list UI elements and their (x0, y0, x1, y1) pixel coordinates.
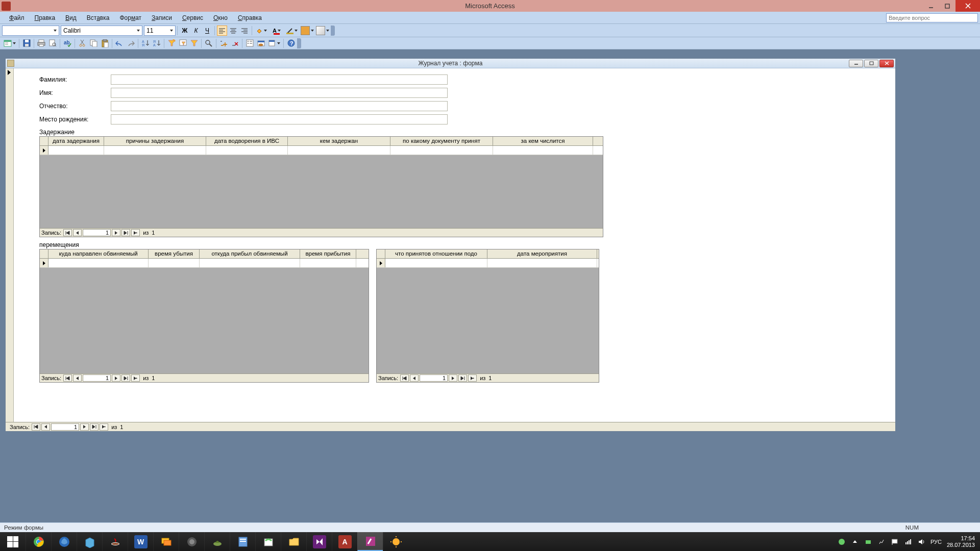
familiya-input[interactable] (111, 74, 448, 85)
delete-record-button[interactable] (230, 38, 240, 48)
window-close-button[interactable] (955, 0, 980, 12)
sub2-nav-first-button[interactable] (63, 374, 72, 382)
sub2-cell-2[interactable] (200, 259, 300, 267)
sub3-cell-1[interactable] (487, 259, 597, 267)
menu-file[interactable]: Файл (4, 13, 30, 22)
menu-tools[interactable]: Сервис (177, 13, 208, 22)
form-minimize-button[interactable] (849, 60, 863, 67)
sub3-nav-first-button[interactable] (400, 374, 409, 382)
sub1-col-1[interactable]: причины задержания (104, 137, 206, 145)
taskbar-app-5[interactable] (204, 532, 230, 551)
sub2-cell-0[interactable] (48, 259, 149, 267)
sub1-cell-5[interactable] (493, 146, 593, 155)
sub2-cell-3[interactable] (300, 259, 356, 267)
sub2-nav-last-button[interactable] (121, 374, 130, 382)
sub2-rowsel-header[interactable] (40, 249, 48, 258)
filter-selection-button[interactable] (166, 38, 177, 48)
taskbar-app-9[interactable] (383, 532, 408, 551)
sub1-cell-2[interactable] (206, 146, 288, 155)
print-preview-button[interactable] (47, 38, 58, 48)
sub1-nav-next-button[interactable] (112, 229, 120, 236)
menu-view[interactable]: Вид (60, 13, 82, 22)
sub3-nav-next-button[interactable] (449, 374, 457, 382)
sub2-col-0[interactable]: куда направлен обвиняемый (48, 249, 149, 258)
form-nav-last-button[interactable] (90, 423, 99, 431)
print-button[interactable] (36, 38, 46, 48)
form-nav-prev-button[interactable] (41, 423, 50, 431)
sub1-rowsel[interactable] (40, 146, 48, 155)
line-color-button[interactable] (285, 26, 299, 36)
sub1-nav-current[interactable]: 1 (83, 229, 111, 236)
font-name-combo[interactable]: Calibri (61, 26, 142, 36)
sub2-rowsel[interactable] (40, 259, 48, 267)
form-maximize-button[interactable] (864, 60, 878, 67)
new-object-button[interactable] (267, 38, 281, 48)
tray-network-icon[interactable] (904, 538, 912, 546)
window-maximize-button[interactable] (939, 0, 955, 12)
form-nav-next-button[interactable] (80, 423, 89, 431)
menu-help[interactable]: Справка (233, 13, 267, 22)
sort-desc-button[interactable]: ЯА (152, 38, 162, 48)
sub1-col-2[interactable]: дата водворения в ИВС (206, 137, 288, 145)
sub2-nav-current[interactable]: 1 (83, 374, 111, 382)
form-nav-new-button[interactable]: * (100, 423, 108, 431)
save-button[interactable] (21, 38, 32, 48)
copy-button[interactable] (88, 38, 99, 48)
form-nav-current[interactable]: 1 (51, 423, 79, 431)
cut-button[interactable] (77, 38, 87, 48)
sub2-col-1[interactable]: время убытия (149, 249, 200, 258)
sub2-col-2[interactable]: откуда прибыл обвиняемый (200, 249, 300, 258)
window-minimize-button[interactable] (923, 0, 939, 12)
sub2-col-3[interactable]: время прибытия (300, 249, 356, 258)
align-center-button[interactable] (228, 26, 238, 36)
filter-form-button[interactable] (178, 38, 188, 48)
taskbar-visualstudio[interactable] (306, 532, 332, 551)
tray-language[interactable]: РУС (930, 539, 942, 545)
sub3-rowsel[interactable] (377, 259, 385, 267)
taskbar-java[interactable] (102, 532, 128, 551)
new-record-button[interactable] (218, 38, 229, 48)
find-button[interactable] (204, 38, 214, 48)
mesto-input[interactable] (111, 114, 448, 124)
menu-insert[interactable]: Вставка (82, 13, 115, 22)
sub1-cell-1[interactable] (104, 146, 206, 155)
tray-volume-icon[interactable] (917, 538, 925, 546)
view-button[interactable] (3, 38, 17, 48)
sub3-rowsel-header[interactable] (377, 249, 385, 258)
taskbar-access[interactable]: A (332, 532, 357, 551)
sort-asc-button[interactable]: АЯ (140, 38, 151, 48)
otchestvo-input[interactable] (111, 101, 448, 111)
sub1-col-3[interactable]: кем задержан (288, 137, 390, 145)
spelling-button[interactable]: ab (62, 38, 72, 48)
underline-button[interactable]: Ч (202, 26, 212, 36)
fill-color-button[interactable] (254, 26, 268, 36)
sub1-rowsel-header[interactable] (40, 137, 48, 145)
taskbar-app-2[interactable] (77, 532, 102, 551)
taskbar-chrome[interactable] (26, 532, 51, 551)
paste-button[interactable] (100, 38, 110, 48)
sub1-nav-last-button[interactable] (121, 229, 130, 236)
sub1-cell-0[interactable] (48, 146, 104, 155)
imya-input[interactable] (111, 88, 448, 98)
font-size-combo[interactable]: 11 (144, 26, 176, 36)
taskbar-explorer[interactable] (281, 532, 306, 551)
sub2-nav-new-button[interactable]: * (131, 374, 140, 382)
sub3-col-0[interactable]: что принятов отношении подо (385, 249, 487, 258)
sub2-nav-prev-button[interactable] (73, 374, 82, 382)
sub3-cell-0[interactable] (385, 259, 487, 267)
menu-records[interactable]: Записи (146, 13, 177, 22)
sub3-nav-prev-button[interactable] (410, 374, 419, 382)
taskbar-app-1[interactable] (51, 532, 77, 551)
menu-format[interactable]: Формат (114, 13, 146, 22)
database-window-button[interactable] (256, 38, 266, 48)
tray-icon-2[interactable] (864, 538, 872, 546)
sub3-col-1[interactable]: дата мероприятия (487, 249, 597, 258)
toolbar-options-button[interactable] (331, 26, 335, 36)
sub1-col-0[interactable]: дата задержания (48, 137, 104, 145)
sub1-nav-first-button[interactable] (63, 229, 72, 236)
form-close-button[interactable] (879, 60, 894, 67)
taskbar-app-7[interactable] (255, 532, 281, 551)
sub2-cell-1[interactable] (149, 259, 200, 267)
help-question-input[interactable] (886, 13, 978, 22)
sub3-nav-last-button[interactable] (458, 374, 467, 382)
